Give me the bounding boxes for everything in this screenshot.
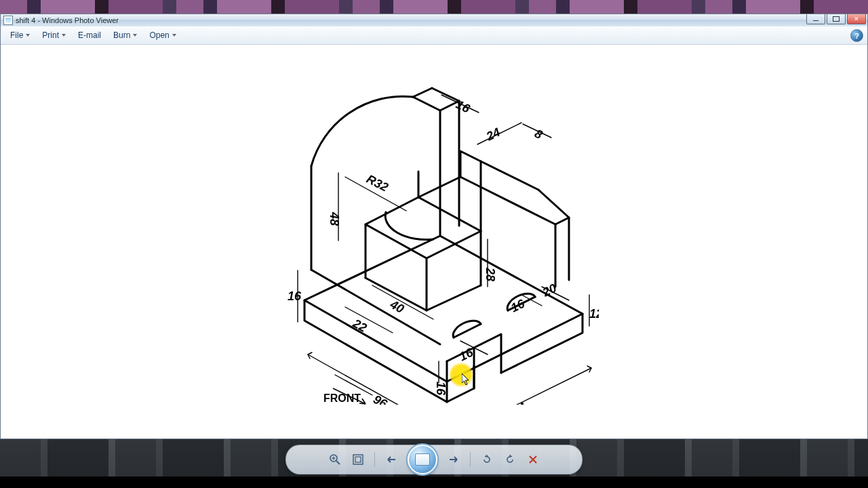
window-title: shift 4 - Windows Photo Viewer [16,16,119,24]
svg-text:8: 8 [532,127,545,142]
chevron-down-icon [172,34,176,37]
titlebar: shift 4 - Windows Photo Viewer [1,14,867,26]
svg-text:24: 24 [484,125,502,144]
svg-text:16: 16 [434,382,448,396]
menu-burn-label: Burn [113,30,130,40]
svg-text:40: 40 [387,297,406,316]
delete-button[interactable] [526,453,540,466]
svg-text:48: 48 [328,211,341,226]
magnifier-plus-icon [329,453,341,466]
rotate-cw-icon [505,454,515,465]
next-button[interactable] [447,453,460,466]
previous-button[interactable] [384,453,398,466]
menu-file[interactable]: File [5,28,35,42]
arrow-right-icon [448,454,459,465]
chevron-down-icon [62,34,66,37]
rotate-ccw-icon [481,454,492,465]
svg-text:R32: R32 [364,172,391,195]
slideshow-button[interactable] [408,445,437,474]
menu-email-label: E-mail [78,30,101,40]
close-button[interactable] [847,14,866,24]
minimize-button[interactable] [806,14,825,24]
svg-text:12: 12 [589,307,599,321]
app-icon [3,16,13,25]
separator [470,452,471,467]
svg-rect-21 [353,455,363,464]
fit-window-icon [353,454,363,465]
actual-size-button[interactable] [351,453,365,466]
help-button[interactable]: ? [850,29,863,42]
slideshow-icon [415,453,430,466]
menu-burn[interactable]: Burn [108,28,142,42]
chevron-down-icon [133,34,137,37]
menu-open[interactable]: Open [144,28,181,42]
image-content: 96 64 16 22 40 28 48 R32 16 24 8 12 20 1… [271,70,599,405]
maximize-button[interactable] [827,14,846,24]
svg-text:16: 16 [288,289,302,303]
arrow-left-icon [386,454,397,465]
menu-open-label: Open [149,30,169,40]
menubar: File Print E-mail Burn Open ? [1,26,867,45]
rotate-cw-button[interactable] [503,453,517,466]
svg-line-18 [336,461,340,464]
svg-text:96: 96 [371,392,390,405]
viewer-toolbar [285,445,583,474]
background-windows-top [0,0,868,15]
zoom-button[interactable] [328,453,342,466]
menu-print[interactable]: Print [37,28,71,42]
photo-viewer-window: shift 4 - Windows Photo Viewer File Prin… [0,14,868,439]
menu-file-label: File [10,30,23,40]
svg-text:28: 28 [484,267,497,281]
separator [374,452,375,467]
image-viewport[interactable]: 96 64 16 22 40 28 48 R32 16 24 8 12 20 1… [1,45,867,439]
svg-rect-22 [355,457,361,462]
svg-text:FRONT: FRONT [323,392,361,404]
close-x-icon [528,455,538,464]
rotate-ccw-button[interactable] [480,453,494,466]
chevron-down-icon [26,34,30,37]
isometric-drawing: 96 64 16 22 40 28 48 R32 16 24 8 12 20 1… [271,70,599,405]
menu-email[interactable]: E-mail [73,28,106,42]
menu-print-label: Print [42,30,59,40]
